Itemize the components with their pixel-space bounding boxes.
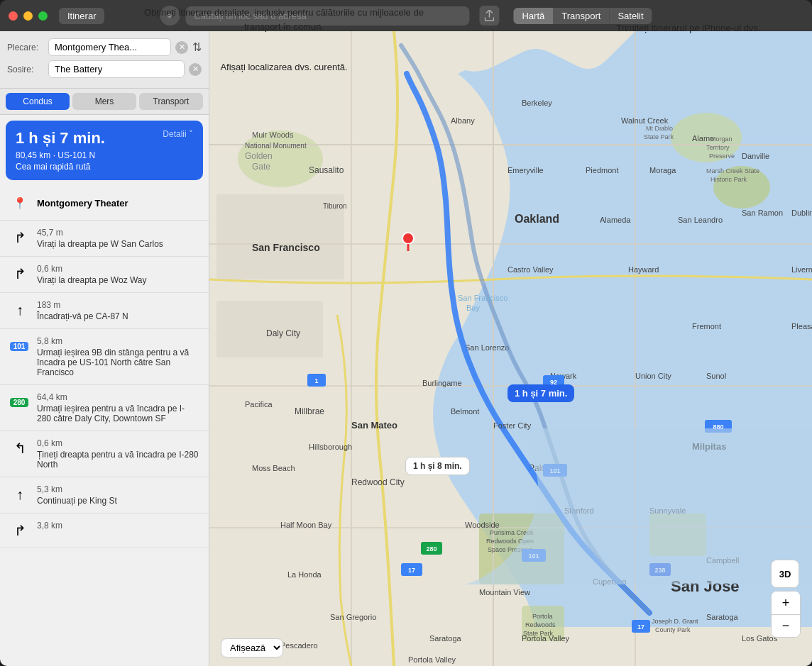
svg-text:National Monument: National Monument: [245, 142, 307, 150]
highway-280-icon: 280: [10, 392, 30, 412]
location-pin-icon: 📍: [10, 193, 30, 213]
transport-modes: Condus Mers Transport: [0, 89, 209, 115]
svg-text:Hayward: Hayward: [628, 265, 659, 274]
step-content: 183 m Încadrați-vă pe CA-87 N: [37, 300, 128, 321]
svg-text:Redwoods: Redwoods: [525, 621, 556, 628]
svg-text:Bay: Bay: [466, 304, 480, 312]
view-transit-button[interactable]: Transport: [553, 8, 609, 24]
view-mode-buttons: Hartă Transport Satelit: [513, 8, 652, 24]
mode-walking-button[interactable]: Mers: [72, 93, 136, 110]
share-button[interactable]: [479, 6, 499, 26]
arrival-label: Sosire:: [7, 65, 44, 74]
display-dropdown[interactable]: Afișează: [221, 638, 283, 657]
minimize-button[interactable]: [23, 11, 33, 21]
svg-text:Millbrae: Millbrae: [295, 406, 324, 416]
step-distance: 5,3 km: [37, 484, 117, 494]
route-fastest: Cea mai rapidă rută: [16, 162, 193, 172]
svg-text:Walnut Creek: Walnut Creek: [621, 116, 669, 125]
titlebar: Itinerar ⌖ Hartă Transport Satelit: [0, 0, 812, 31]
svg-text:Piedmont: Piedmont: [586, 166, 618, 174]
svg-text:Oakland: Oakland: [515, 213, 559, 225]
svg-text:Joseph D. Grant: Joseph D. Grant: [652, 618, 698, 625]
list-item: ↑ 5,3 km Continuați pe King St: [0, 477, 209, 514]
turn-right-icon: ↱: [10, 264, 30, 284]
svg-text:Gate: Gate: [252, 162, 270, 172]
highway-badge: 101: [10, 342, 29, 351]
arrival-clear-button[interactable]: ✕: [189, 63, 202, 76]
svg-text:280: 280: [426, 545, 437, 553]
step-description: Virați la dreapta pe W San Carlos: [37, 239, 163, 249]
svg-text:State Park: State Park: [523, 630, 554, 637]
step-content: 45,7 m Virați la dreapta pe W San Carlos: [37, 228, 163, 249]
share-icon: [484, 10, 494, 21]
step-content: 0,6 km Virați la dreapta pe Woz Way: [37, 264, 147, 285]
mode-transit-button[interactable]: Transport: [139, 93, 203, 110]
maps-window: Itinerar ⌖ Hartă Transport Satelit Pleca: [0, 0, 812, 666]
svg-text:Portola: Portola: [532, 613, 553, 620]
departure-value[interactable]: Montgomery Thea...: [48, 38, 171, 56]
svg-text:Berkeley: Berkeley: [522, 99, 552, 107]
svg-text:Albany: Albany: [451, 116, 475, 125]
svg-text:Moraga: Moraga: [649, 166, 676, 174]
list-item: ↱ 3,8 km: [0, 514, 209, 548]
svg-text:Union City: Union City: [635, 372, 671, 380]
search-input[interactable]: [185, 6, 469, 26]
zoom-out-button[interactable]: −: [772, 614, 800, 637]
steps-list: 📍 Montgomery Theater ↱ 45,7 m Virați la …: [0, 186, 209, 666]
itinerary-button[interactable]: Itinerar: [59, 8, 104, 24]
svg-text:San Lorenzo: San Lorenzo: [465, 343, 509, 352]
map-area[interactable]: Muir Woods National Monument Sausalito T…: [209, 31, 812, 666]
traffic-lights: [9, 11, 48, 21]
step-content: 5,8 km Urmați ieșirea 9B din stânga pent…: [37, 336, 199, 377]
svg-text:Danville: Danville: [742, 152, 769, 160]
svg-text:Morgan: Morgan: [710, 135, 733, 143]
list-item: ↱ 45,7 m Virați la dreapta pe W San Carl…: [0, 221, 209, 257]
zoom-in-button[interactable]: +: [772, 592, 800, 614]
svg-text:Livermore: Livermore: [791, 265, 812, 274]
svg-text:County Park: County Park: [655, 626, 691, 633]
step-description: Țineți dreapta pentru a vă încadra pe I-…: [37, 450, 199, 470]
straight-icon: ↑: [10, 300, 30, 320]
step-distance: 64,4 km: [37, 392, 199, 402]
highway-101-icon: 101: [10, 336, 30, 356]
svg-text:Emeryville: Emeryville: [508, 166, 544, 174]
turn-right-icon: ↱: [10, 521, 30, 540]
svg-text:Sausalito: Sausalito: [309, 165, 344, 175]
svg-text:17: 17: [408, 567, 415, 574]
step-content: 5,3 km Continuați pe King St: [37, 484, 117, 506]
route-details-button[interactable]: Detalii ˅: [163, 129, 193, 139]
current-location-button[interactable]: ⌖: [160, 6, 180, 26]
svg-text:State Park: State Park: [644, 133, 674, 140]
map-background: Muir Woods National Monument Sausalito T…: [209, 31, 812, 666]
view-satellite-button[interactable]: Satelit: [609, 8, 652, 24]
svg-text:Pleasanton: Pleasanton: [791, 322, 812, 331]
step-content: 0,6 km Țineți dreapta pentru a vă încadr…: [37, 438, 199, 470]
step-distance: 3,8 km: [37, 521, 62, 531]
route-inputs: Plecare: Montgomery Thea... ✕ ⇅ Sosire: …: [0, 31, 209, 89]
view-map-button[interactable]: Hartă: [513, 8, 553, 24]
departure-clear-button[interactable]: ✕: [175, 41, 188, 54]
svg-text:La Honda: La Honda: [287, 570, 322, 579]
step-start-location: 📍 Montgomery Theater: [0, 186, 209, 221]
mode-driving-button[interactable]: Condus: [6, 93, 70, 110]
close-button[interactable]: [9, 11, 18, 21]
step-distance: 183 m: [37, 300, 128, 310]
step-content: 3,8 km: [37, 521, 62, 532]
arrival-value[interactable]: The Battery: [48, 60, 185, 78]
svg-text:San Gregorio: San Gregorio: [330, 613, 376, 621]
step-distance: 5,8 km: [37, 336, 199, 346]
svg-text:San Francisco: San Francisco: [252, 242, 320, 253]
maximize-button[interactable]: [38, 11, 48, 21]
3d-button[interactable]: 3D: [771, 560, 799, 588]
svg-text:Alameda: Alameda: [600, 216, 631, 224]
svg-text:Marsh Creek State: Marsh Creek State: [706, 167, 759, 174]
main-content: Plecare: Montgomery Thea... ✕ ⇅ Sosire: …: [0, 31, 812, 666]
sidebar: Plecare: Montgomery Thea... ✕ ⇅ Sosire: …: [0, 31, 209, 666]
svg-text:Foster City: Foster City: [493, 421, 532, 430]
swap-routes-button[interactable]: ⇅: [192, 40, 202, 54]
list-item: 101 5,8 km Urmați ieșirea 9B din stânga …: [0, 329, 209, 385]
list-item: ↱ 0,6 km Virați la dreapta pe Woz Way: [0, 257, 209, 293]
step-description: Încadrați-vă pe CA-87 N: [37, 311, 128, 321]
route-option[interactable]: 1 h și 7 min. Detalii ˅ 80,45 km · US-10…: [6, 121, 203, 180]
step-description: Urmați ieșirea pentru a vă încadra pe I-…: [37, 404, 199, 423]
